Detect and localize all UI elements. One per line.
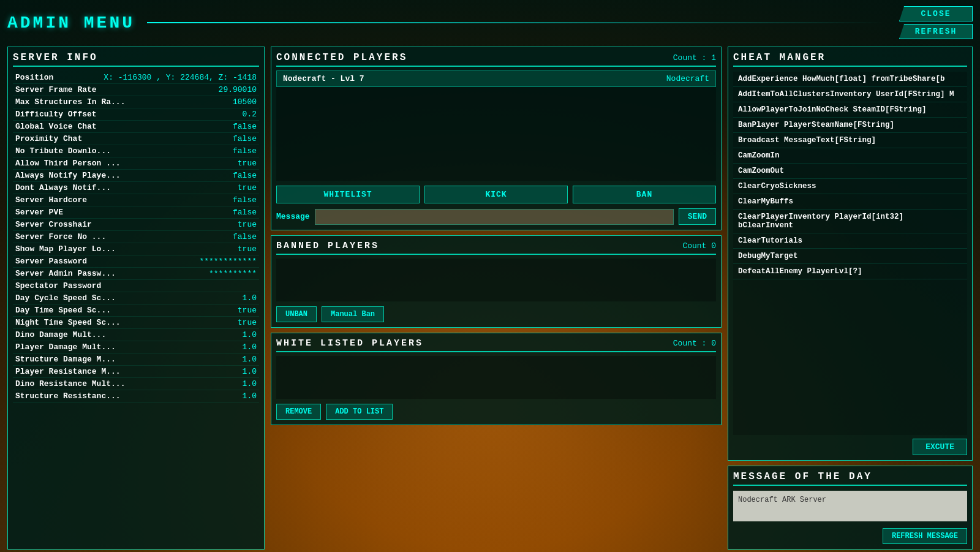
cheat-item[interactable]: AllowPlayerToJoinNoCheck SteamID[FString… bbox=[733, 102, 967, 118]
remove-button[interactable]: REMOVE bbox=[276, 404, 321, 420]
unban-button[interactable]: UNBAN bbox=[276, 306, 317, 322]
cheat-item[interactable]: CamZoomIn bbox=[733, 148, 967, 164]
cheat-item[interactable]: BanPlayer PlayerSteamName[FString] bbox=[733, 118, 967, 133]
info-label: Structure Damage M... bbox=[15, 355, 116, 364]
app-title: ADMIN MENU bbox=[7, 13, 135, 32]
info-label: Server PVE bbox=[15, 208, 63, 217]
info-value: true bbox=[238, 159, 257, 168]
info-value: X: -116300 , Y: 224684, Z: -1418 bbox=[104, 73, 257, 82]
cheat-item[interactable]: DefeatAllEnemy PlayerLvl[?] bbox=[733, 264, 967, 279]
info-label: Night Time Speed Sc... bbox=[15, 318, 121, 327]
server-info-panel: SERVER INFO PositionX: -116300 , Y: 2246… bbox=[7, 47, 265, 550]
cheat-item[interactable]: AddExperience HowMuch[float] fromTribeSh… bbox=[733, 72, 967, 87]
info-label: Max Structures In Ra... bbox=[15, 97, 125, 107]
info-row: PositionX: -116300 , Y: 224684, Z: -1418 bbox=[13, 72, 259, 84]
info-row: Server Crosshairtrue bbox=[13, 219, 259, 231]
banned-list bbox=[276, 259, 716, 301]
info-label: Always Notify Playe... bbox=[15, 171, 121, 180]
player-list: Nodecraft - Lvl 7 Nodecraft bbox=[276, 70, 716, 181]
title-divider bbox=[147, 22, 887, 23]
info-row: Player Damage Mult...1.0 bbox=[13, 341, 259, 354]
info-label: Day Time Speed Sc... bbox=[15, 306, 111, 315]
info-label: Server Hardcore bbox=[15, 195, 87, 205]
kick-button[interactable]: KICK bbox=[424, 186, 568, 203]
info-label: Dino Damage Mult... bbox=[15, 330, 106, 339]
cheat-manager-panel: CHEAT MANGER AddExperience HowMuch[float… bbox=[728, 47, 973, 461]
info-value: ********** bbox=[209, 269, 257, 278]
excute-button[interactable]: EXCUTE bbox=[913, 439, 967, 455]
cheat-item[interactable]: ClearMyBuffs bbox=[733, 194, 967, 210]
info-row: Server Admin Passw...********** bbox=[13, 268, 259, 280]
whitelist-button[interactable]: WHITELIST bbox=[276, 186, 420, 203]
motd-title: MESSAGE OF THE DAY bbox=[733, 471, 967, 486]
top-buttons: CLOSE REFRESH bbox=[899, 6, 973, 39]
whitelist-list bbox=[276, 356, 716, 399]
info-value: 1.0 bbox=[243, 330, 257, 339]
info-label: Allow Third Person ... bbox=[15, 159, 121, 168]
info-value: 0.2 bbox=[243, 110, 257, 119]
info-value: 1.0 bbox=[243, 367, 257, 376]
info-label: No Tribute Downlo... bbox=[15, 146, 111, 156]
manual-ban-button[interactable]: Manual Ban bbox=[322, 306, 384, 322]
info-row: Difficulty Offset0.2 bbox=[13, 108, 259, 121]
cheat-item[interactable]: ClearTutorials bbox=[733, 233, 967, 249]
connected-players-panel: CONNECTED PLAYERS Count : 1 Nodecraft - … bbox=[271, 47, 722, 230]
send-button[interactable]: SEND bbox=[679, 208, 716, 225]
info-label: Structure Resistanc... bbox=[15, 391, 121, 401]
motd-input[interactable] bbox=[733, 491, 967, 521]
info-value: false bbox=[233, 122, 257, 131]
info-value: ************ bbox=[199, 257, 257, 266]
whitelist-players-header: WHITE LISTED PLAYERS Count : 0 bbox=[276, 338, 716, 352]
whitelist-players-title: WHITE LISTED PLAYERS bbox=[276, 338, 423, 349]
info-row: Server Frame Rate29.90010 bbox=[13, 84, 259, 96]
info-label: Server Crosshair bbox=[15, 220, 92, 229]
info-row: Show Map Player Lo...true bbox=[13, 243, 259, 255]
info-value: 1.0 bbox=[243, 293, 257, 303]
info-rows: PositionX: -116300 , Y: 224684, Z: -1418… bbox=[13, 72, 259, 403]
content-area: SERVER INFO PositionX: -116300 , Y: 2246… bbox=[7, 47, 973, 550]
info-row: Max Structures In Ra...10500 bbox=[13, 96, 259, 108]
info-value: 29.90010 bbox=[219, 85, 257, 94]
cheat-item[interactable]: Broadcast MessageText[FString] bbox=[733, 133, 967, 148]
message-input[interactable] bbox=[315, 209, 674, 225]
info-row: Dont Always Notif...true bbox=[13, 182, 259, 194]
cheat-list: AddExperience HowMuch[float] fromTribeSh… bbox=[733, 72, 967, 435]
info-label: Difficulty Offset bbox=[15, 110, 97, 119]
banned-players-panel: BANNED PLAYERS Count 0 UNBAN Manual Ban bbox=[271, 235, 722, 328]
info-row: Server Hardcorefalse bbox=[13, 194, 259, 206]
connected-players-title: CONNECTED PLAYERS bbox=[276, 52, 407, 63]
info-label: Spectator Password bbox=[15, 281, 101, 290]
ban-button[interactable]: BAN bbox=[573, 186, 716, 203]
cheat-item[interactable]: ClearPlayerInventory PlayerId[int32] bCl… bbox=[733, 210, 967, 233]
info-label: Player Resistance M... bbox=[15, 367, 121, 376]
player-name: Nodecraft - Lvl 7 bbox=[283, 74, 364, 83]
refresh-message-button[interactable]: REFRESH MESSAGE bbox=[883, 528, 967, 544]
info-row: Night Time Speed Sc...true bbox=[13, 317, 259, 329]
connected-players-count: Count : 1 bbox=[673, 53, 716, 62]
info-row: Structure Damage M...1.0 bbox=[13, 354, 259, 366]
refresh-button[interactable]: REFRESH bbox=[899, 24, 973, 39]
cheat-item[interactable]: CamZoomOut bbox=[733, 164, 967, 179]
cheat-manager-title: CHEAT MANGER bbox=[733, 52, 967, 67]
cheat-item[interactable]: DebugMyTarget bbox=[733, 249, 967, 264]
info-label: Dino Resistance Mult... bbox=[15, 379, 125, 388]
close-button[interactable]: CLOSE bbox=[899, 6, 973, 21]
connected-players-header: CONNECTED PLAYERS Count : 1 bbox=[276, 52, 716, 67]
info-value: 1.0 bbox=[243, 379, 257, 388]
player-row[interactable]: Nodecraft - Lvl 7 Nodecraft bbox=[276, 70, 716, 87]
info-row: Allow Third Person ...true bbox=[13, 157, 259, 170]
info-row: Dino Resistance Mult...1.0 bbox=[13, 378, 259, 390]
info-value: true bbox=[238, 244, 257, 254]
info-row: Always Notify Playe...false bbox=[13, 170, 259, 182]
info-label: Server Force No ... bbox=[15, 232, 106, 241]
add-to-list-button[interactable]: ADD TO LIST bbox=[326, 404, 393, 420]
info-row: Global Voice Chatfalse bbox=[13, 121, 259, 133]
info-label: Proximity Chat bbox=[15, 134, 82, 143]
info-label: Server Password bbox=[15, 257, 87, 266]
info-row: Server Force No ...false bbox=[13, 231, 259, 243]
info-row: Day Time Speed Sc...true bbox=[13, 304, 259, 317]
cheat-item[interactable]: ClearCryoSickness bbox=[733, 179, 967, 194]
cheat-item[interactable]: AddItemToAllClustersInventory UserId[FSt… bbox=[733, 87, 967, 102]
info-label: Day Cycle Speed Sc... bbox=[15, 293, 116, 303]
title-bar: ADMIN MENU CLOSE REFRESH bbox=[7, 6, 973, 39]
